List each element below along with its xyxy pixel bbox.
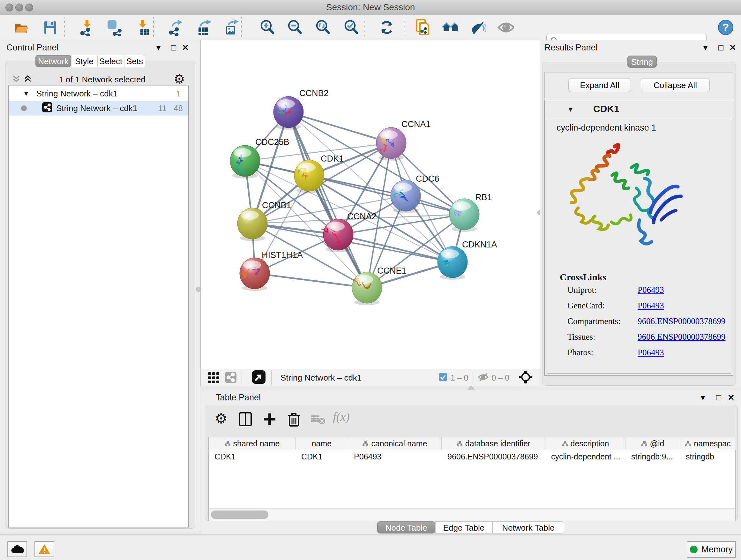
column-header-database-identifier[interactable]: database identifier	[442, 437, 545, 450]
column-header-namespac[interactable]: namespac	[680, 437, 736, 450]
control-panel-maximize-button[interactable]: □	[171, 43, 176, 53]
window-minimize-button[interactable]	[15, 3, 23, 11]
network-node-CCNB1[interactable]: CCNB1	[238, 200, 291, 241]
results-panel-close-button[interactable]: ✕	[729, 43, 736, 53]
memory-button[interactable]: Memory	[687, 541, 736, 558]
column-header-description[interactable]: description	[545, 437, 625, 450]
network-share-icon[interactable]	[225, 371, 237, 384]
column-header-name[interactable]: name	[295, 437, 348, 450]
hide-selected-icon[interactable]	[470, 19, 486, 36]
expand-all-button[interactable]: Expand All	[568, 78, 631, 92]
collapse-all-button[interactable]: Collapse All	[641, 78, 710, 92]
window-close-button[interactable]	[5, 3, 13, 11]
first-neighbors-icon[interactable]	[442, 19, 458, 36]
column-header-canonical-name[interactable]: canonical name	[348, 437, 442, 450]
network-node-RB1[interactable]: RB1	[449, 192, 492, 232]
crosslink-link[interactable]: P06493	[637, 301, 664, 311]
network-canvas[interactable]: CCNB2CCNA1CDC25BCDK1CDC6RB1CCNB1CCNA2CDK…	[200, 40, 540, 369]
tab-style[interactable]: Style	[71, 55, 97, 67]
tab-network[interactable]: Network	[36, 55, 71, 67]
table-panel-float-button[interactable]: ▾	[701, 393, 705, 402]
node-attribute-table[interactable]: shared nameCDK1nameCDK1canonical nameP06…	[208, 437, 736, 521]
add-column-icon[interactable]	[260, 410, 279, 429]
window-zoom-button[interactable]	[25, 3, 33, 11]
open-session-icon[interactable]	[13, 19, 29, 36]
show-all-icon[interactable]	[497, 19, 514, 36]
tab-select[interactable]: Select	[97, 55, 124, 67]
table-panel-maximize-button[interactable]: □	[716, 393, 721, 402]
tab-edge-table[interactable]: Edge Table	[435, 521, 492, 534]
network-edge[interactable]	[288, 112, 367, 288]
refresh-icon[interactable]	[379, 19, 395, 36]
scrollbar-thumb[interactable]	[211, 510, 268, 519]
table-cell[interactable]: CDK1	[295, 450, 348, 463]
birdseye-view-icon[interactable]	[252, 370, 266, 385]
control-panel-close-button[interactable]: ✕	[182, 43, 189, 53]
clone-network-icon[interactable]	[415, 19, 431, 36]
results-panel-float-button[interactable]: ▾	[703, 43, 708, 53]
column-header-@id[interactable]: @id	[625, 437, 680, 450]
tab-sets[interactable]: Sets	[124, 55, 145, 67]
hidden-eye-icon[interactable]	[477, 372, 489, 383]
network-collection-row[interactable]: ▼ String Network – cdk1 1	[9, 86, 188, 101]
network-edge[interactable]	[288, 112, 391, 143]
warning-button[interactable]	[35, 541, 54, 557]
network-options-gear-icon[interactable]: ⚙	[174, 71, 185, 86]
results-panel-maximize-button[interactable]: □	[718, 43, 724, 53]
selected-checkbox-icon[interactable]	[439, 373, 448, 383]
tab-network-table[interactable]: Network Table	[492, 521, 564, 534]
collapse-all-networks-icon[interactable]	[11, 74, 21, 85]
table-horizontal-scrollbar[interactable]	[209, 508, 735, 521]
crosslink-link[interactable]: 9606.ENSP00000378699	[637, 316, 725, 326]
crosslink-link[interactable]: P06493	[637, 348, 664, 358]
left-splitter-handle[interactable]	[196, 287, 201, 292]
export-network-icon[interactable]	[167, 19, 184, 36]
fit-selection-crosshair-icon[interactable]	[519, 370, 533, 385]
crosslink-link[interactable]: 9606.ENSP00000378699	[637, 332, 725, 342]
window-title: Session: New Session	[0, 0, 741, 15]
delete-icon[interactable]	[284, 410, 304, 429]
crosslink-link[interactable]: P06493	[637, 285, 664, 295]
save-session-icon[interactable]	[42, 19, 58, 36]
export-image-icon[interactable]	[222, 19, 239, 36]
column-header-shared-name[interactable]: shared name	[209, 437, 295, 450]
string-network-graph[interactable]: CCNB2CCNA1CDC25BCDK1CDC6RB1CCNB1CCNA2CDK…	[201, 40, 540, 369]
table-cell[interactable]: stringdb:9...	[625, 450, 680, 463]
zoom-selected-icon[interactable]	[343, 19, 360, 36]
network-edge[interactable]	[255, 273, 367, 288]
network-edge[interactable]	[309, 176, 464, 214]
gear-icon[interactable]: ⚙	[215, 410, 227, 427]
grid-view-icon[interactable]	[208, 371, 220, 384]
collapse-gene-triangle-icon[interactable]: ▼	[567, 105, 574, 114]
table-cell[interactable]: P06493	[348, 450, 442, 463]
table-cell[interactable]: CDK1	[209, 450, 295, 463]
network-node-CDKN1A[interactable]: CDKN1A	[437, 240, 497, 280]
table-cell[interactable]: cyclin-dependent ...	[545, 450, 625, 463]
table-panel-close-button[interactable]: ✕	[728, 393, 735, 402]
gene-symbol: CDK1	[593, 104, 619, 114]
columns-icon[interactable]	[236, 410, 255, 429]
network-node-HIST1H1A[interactable]: HIST1H1A	[240, 250, 303, 291]
collapse-triangle-icon[interactable]: ▼	[23, 90, 29, 98]
export-table-icon[interactable]	[195, 19, 211, 36]
zoom-in-icon[interactable]	[259, 19, 276, 36]
table-cell[interactable]: stringdb	[680, 450, 736, 463]
delete-table-icon[interactable]	[309, 410, 328, 429]
network-node-CDC6[interactable]: CDC6	[391, 174, 440, 213]
expand-all-networks-icon[interactable]	[23, 74, 32, 85]
zoom-out-icon[interactable]	[287, 19, 304, 36]
zoom-fit-icon[interactable]	[315, 19, 332, 36]
network-row-selected[interactable]: String Network – cdk1 11 48	[9, 101, 188, 116]
network-node-CDK1[interactable]: CDK1	[294, 154, 344, 193]
cloud-button[interactable]	[7, 541, 27, 557]
table-cell[interactable]: 9606.ENSP00000378699	[442, 450, 545, 463]
import-network-file-icon[interactable]	[78, 19, 95, 36]
control-panel-float-button[interactable]: ▾	[156, 43, 160, 53]
tab-string[interactable]: String	[627, 56, 657, 68]
import-table-icon[interactable]	[134, 19, 151, 36]
status-bar: Memory	[0, 535, 741, 560]
function-builder-icon[interactable]: f(x)	[333, 410, 350, 424]
tab-node-table[interactable]: Node Table	[377, 521, 435, 534]
import-network-database-icon[interactable]	[105, 19, 122, 36]
help-icon[interactable]: ?	[718, 19, 734, 36]
